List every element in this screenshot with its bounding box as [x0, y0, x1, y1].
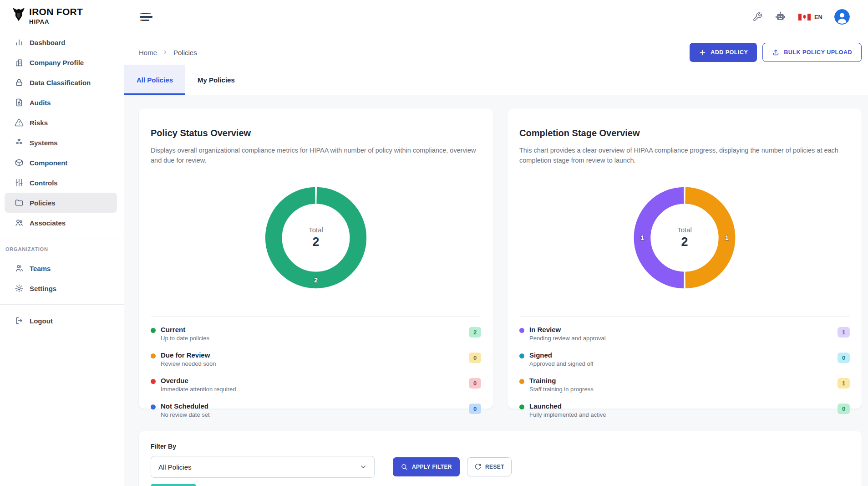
legend-label: Current: [161, 326, 469, 333]
sidebar-item-teams[interactable]: Teams: [5, 258, 117, 278]
legend-sublabel: Pending review and approval: [529, 335, 838, 342]
sidebar: IRON FORT HIPAA Dashboard Company Profil…: [0, 0, 124, 486]
legend-item-in-review: In Review Pending review and approval 1: [519, 326, 850, 342]
completion-stage-donut-chart: 11 Total 2: [632, 185, 737, 291]
tab-all-policies[interactable]: All Policies: [124, 65, 185, 95]
canada-flag-icon: [798, 14, 811, 20]
completion-stage-overview-card: Completion Stage Overview This chart pro…: [508, 108, 862, 409]
sidebar-item-component[interactable]: Component: [5, 153, 117, 173]
legend-label: Launched: [529, 402, 838, 410]
language-code: EN: [814, 14, 822, 20]
policy-filter-dropdown[interactable]: All Policies: [151, 456, 375, 478]
dropdown-selected-value: All Policies: [158, 463, 192, 471]
box-icon: [15, 158, 24, 167]
users-icon: [15, 218, 24, 227]
policy-status-donut-chart: 2 Total 2: [263, 185, 369, 291]
logout-icon: [15, 316, 24, 325]
menu-toggle-icon[interactable]: [139, 11, 153, 23]
sidebar-divider: [0, 239, 124, 239]
legend-dot: [151, 328, 156, 333]
policy-status-legend: Current Up to date policies 2 Due for Re…: [151, 326, 481, 418]
svg-text:2: 2: [314, 276, 318, 283]
sidebar-item-associates[interactable]: Associates: [5, 213, 117, 233]
sliders-icon: [15, 178, 24, 187]
sidebar-item-company-profile[interactable]: Company Profile: [5, 52, 117, 72]
legend-item-signed: Signed Approved and signed off 0: [519, 351, 850, 367]
legend-sublabel: Fully implemented and active: [529, 411, 838, 418]
legend-count-badge: 0: [838, 404, 850, 414]
legend-count-badge: 0: [469, 353, 481, 363]
brand-subtitle: HIPAA: [29, 18, 83, 25]
legend-dot: [519, 379, 524, 384]
svg-text:1: 1: [640, 234, 644, 241]
breadcrumb-home[interactable]: Home: [139, 49, 157, 56]
legend-sublabel: Up to date policies: [161, 335, 469, 342]
folder-icon: [15, 198, 24, 207]
legend-item-training: Training Staff training in progress 1: [519, 377, 850, 393]
plus-icon: [699, 49, 706, 56]
legend-sublabel: Immediate attention required: [161, 386, 469, 393]
sidebar-item-logout[interactable]: Logout: [5, 311, 117, 331]
sidebar-item-settings[interactable]: Settings: [5, 278, 117, 298]
sidebar-item-dashboard[interactable]: Dashboard: [5, 32, 117, 52]
breadcrumb: Home Policies: [139, 49, 197, 56]
sidebar-nav: Dashboard Company Profile Data Classific…: [0, 32, 124, 331]
legend-dot: [519, 353, 524, 358]
legend-dot: [151, 353, 156, 358]
sidebar-item-audits[interactable]: Audits: [5, 92, 117, 113]
card-description: This chart provides a clear overview of …: [519, 146, 850, 166]
divider: [519, 316, 850, 317]
users2-icon: [15, 264, 24, 273]
reset-filter-button[interactable]: RESET: [467, 457, 512, 476]
file-lock-icon: [15, 98, 24, 107]
legend-sublabel: Staff training in progress: [529, 386, 838, 393]
sidebar-item-systems[interactable]: Systems: [5, 133, 117, 153]
gear-icon: [15, 284, 24, 293]
tab-my-policies[interactable]: My Policies: [185, 65, 247, 95]
ironfort-logo-icon: [12, 7, 25, 24]
search-icon: [401, 463, 408, 471]
card-title: Policy Status Overview: [151, 128, 481, 138]
sidebar-section-heading: ORGANIZATION: [0, 246, 124, 252]
refresh-icon: [474, 463, 482, 471]
sidebar-divider: [0, 304, 124, 305]
legend-label: Training: [529, 377, 838, 384]
bulk-policy-upload-button[interactable]: BULK POLICY UPLOAD: [762, 43, 862, 62]
filter-by-label: Filter By: [151, 443, 850, 450]
sidebar-item-policies[interactable]: Policies: [5, 193, 117, 213]
legend-count-badge: 2: [469, 327, 481, 338]
card-description: Displays overall organizational complian…: [151, 146, 481, 166]
legend-item-not-scheduled: Not Scheduled No review date set 0: [151, 402, 481, 418]
alert-triangle-icon: [15, 118, 24, 127]
legend-count-badge: 0: [469, 404, 481, 414]
sidebar-item-controls[interactable]: Controls: [5, 173, 117, 193]
legend-count-badge: 1: [838, 327, 850, 338]
wrench-icon[interactable]: [752, 12, 762, 22]
legend-sublabel: Approved and signed off: [529, 360, 838, 367]
sidebar-item-data-classification[interactable]: Data Classification: [5, 72, 117, 92]
apply-filter-button[interactable]: APPLY FILTER: [393, 457, 460, 476]
divider: [151, 316, 481, 317]
legend-item-overdue: Overdue Immediate attention required 0: [151, 377, 481, 393]
topbar: EN: [124, 0, 868, 34]
legend-count-badge: 0: [469, 378, 481, 389]
sidebar-item-risks[interactable]: Risks: [5, 113, 117, 133]
legend-label: Not Scheduled: [161, 402, 469, 410]
language-selector[interactable]: EN: [798, 14, 822, 20]
cubes-icon: [15, 138, 24, 147]
legend-item-current: Current Up to date policies 2: [151, 326, 481, 342]
robot-assistant-icon[interactable]: [774, 11, 787, 23]
add-policy-button[interactable]: ADD POLICY: [690, 43, 757, 62]
lock-icon: [15, 78, 24, 87]
chevron-down-icon: [360, 463, 367, 471]
clipped-card-top-accent: [151, 484, 196, 486]
completion-stage-legend: In Review Pending review and approval 1 …: [519, 326, 850, 418]
legend-dot: [151, 404, 156, 409]
legend-label: Signed: [529, 351, 838, 359]
main-content: Home Policies ADD POLICY: [124, 34, 868, 486]
legend-dot: [151, 379, 156, 384]
legend-count-badge: 1: [838, 378, 850, 389]
user-avatar[interactable]: [834, 9, 850, 25]
policy-tabs: All Policies My Policies: [124, 65, 868, 95]
policy-status-overview-card: Policy Status Overview Displays overall …: [139, 108, 493, 409]
